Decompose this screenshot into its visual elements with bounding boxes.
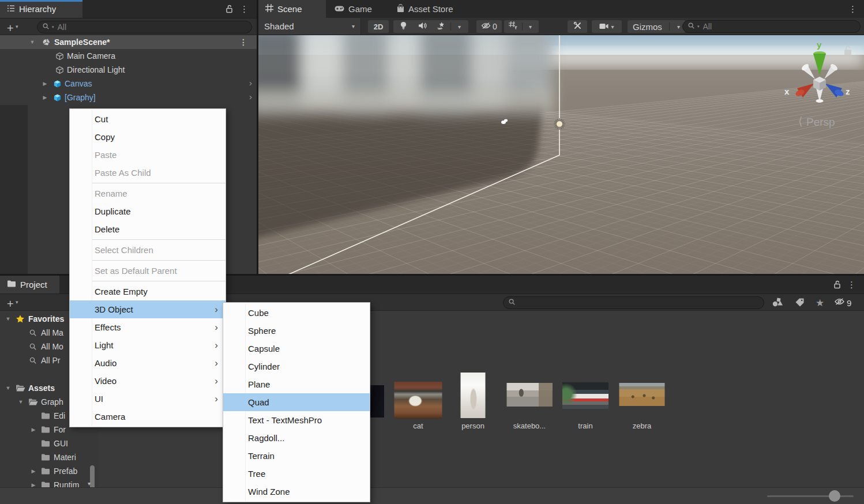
effects-dropdown-caret-icon[interactable]: ▾ <box>451 24 468 30</box>
menu-item[interactable]: UI› <box>70 390 226 408</box>
thumbnail-size-track[interactable] <box>767 495 854 497</box>
tab-scene[interactable]: Scene <box>258 0 326 18</box>
menu-item[interactable]: Create Empty <box>70 283 226 300</box>
expander-open-icon[interactable]: ▼ <box>28 39 37 45</box>
create-caret-icon[interactable]: ▾ <box>16 24 18 29</box>
menu-item[interactable]: Ragdoll... <box>223 429 370 447</box>
hierarchy-row[interactable]: ▶Canvas› <box>0 77 257 91</box>
shading-mode-dropdown[interactable]: Shaded ▾ <box>258 18 361 35</box>
menu-item[interactable]: Audio› <box>70 354 226 372</box>
tab-project[interactable]: Project <box>0 276 59 294</box>
project-menu-kebab[interactable]: ⋮ <box>847 280 856 289</box>
create-plus-button[interactable]: ＋ <box>5 20 16 35</box>
gizmos-dropdown[interactable]: Gizmos ▾ <box>628 20 685 33</box>
hidden-packages-toggle[interactable]: 9 <box>834 298 851 308</box>
submenu-arrow-icon: › <box>215 372 218 390</box>
tab-hierarchy[interactable]: Hierarchy <box>0 0 82 18</box>
folder-icon <box>40 425 51 434</box>
menu-item[interactable]: Sphere <box>223 322 370 340</box>
hierarchy-row[interactable]: Main Camera <box>0 49 257 63</box>
folder-icon <box>40 439 51 448</box>
menu-item[interactable]: Delete <box>70 220 226 238</box>
expander-open-icon[interactable]: ▼ <box>3 385 13 391</box>
hierarchy-menu-kebab[interactable]: ⋮ <box>240 5 249 13</box>
search-filter-caret-icon[interactable]: ▾ <box>697 24 700 29</box>
tab-asset-store[interactable]: Asset Store <box>390 0 476 18</box>
panel-divider-vertical[interactable] <box>257 0 258 274</box>
expander-closed-icon[interactable]: ▶ <box>29 468 38 474</box>
effects-icon[interactable] <box>432 21 450 32</box>
menu-item[interactable]: Copy <box>70 128 226 146</box>
expander-closed-icon[interactable]: ▶ <box>40 95 50 100</box>
menu-item[interactable]: Cylinder <box>223 358 370 375</box>
expander-closed-icon[interactable]: ▶ <box>29 427 38 432</box>
context-menu: CutCopyPastePaste As ChildRenameDuplicat… <box>69 108 226 427</box>
scene-viewport[interactable]: y x z ⟨ Persp <box>258 35 864 274</box>
prefab-open-chevron-icon[interactable]: › <box>249 92 252 101</box>
expander-open-icon[interactable]: ▼ <box>16 399 25 405</box>
hierarchy-row[interactable]: ▼SampleScene*⋮ <box>0 35 257 49</box>
hierarchy-row[interactable]: Directional Light <box>0 63 257 77</box>
scene-search-input[interactable] <box>702 21 855 32</box>
search-filter-caret-icon[interactable]: ▾ <box>52 25 54 29</box>
favorites-filter-star-icon[interactable]: ★ <box>816 297 824 309</box>
menu-item[interactable]: Quad <box>223 393 370 411</box>
speaker-icon[interactable] <box>413 21 432 32</box>
lock-icon[interactable] <box>226 5 233 16</box>
project-tree-row[interactable]: Materi <box>0 450 98 464</box>
asset-thumbnail-train[interactable]: train <box>560 373 611 430</box>
thumbnail-size-slider[interactable] <box>829 490 840 502</box>
menu-item: Set as Default Parent <box>70 262 226 280</box>
project-tree-label: All Pr <box>41 356 60 365</box>
toggle-2d-button[interactable]: 2D <box>368 20 389 33</box>
persp-chevron-icon[interactable]: ⟨ <box>798 115 803 127</box>
menu-item[interactable]: Effects› <box>70 318 226 336</box>
menu-item[interactable]: Camera <box>70 408 226 426</box>
expander-open-icon[interactable]: ▼ <box>3 316 13 322</box>
project-search-input[interactable] <box>518 298 759 308</box>
asset-thumbnail-cat[interactable]: cat <box>393 373 444 430</box>
menu-item[interactable]: Plane <box>223 375 370 393</box>
lock-icon[interactable] <box>833 280 841 291</box>
hierarchy-search[interactable]: ▾ <box>37 21 252 33</box>
menu-item[interactable]: Light› <box>70 336 226 354</box>
expander-closed-icon[interactable]: ▶ <box>40 81 50 86</box>
menu-item-label: Set as Default Parent <box>95 266 177 276</box>
scene-menu-kebab[interactable]: ⋮ <box>848 5 857 13</box>
tab-game[interactable]: Game <box>328 0 382 18</box>
menu-item[interactable]: Duplicate <box>70 202 226 220</box>
menu-item[interactable]: Video› <box>70 372 226 390</box>
project-tree-row[interactable]: GUI <box>0 437 98 450</box>
scene-search[interactable]: ▾ <box>682 20 861 33</box>
asset-thumbnail-zebra[interactable]: zebra <box>617 373 667 430</box>
search-by-label-icon[interactable] <box>795 298 805 310</box>
hierarchy-row[interactable]: ▶[Graphy]› <box>0 91 257 104</box>
tree-scroll-down-icon[interactable]: ▾ <box>88 480 91 487</box>
project-search[interactable] <box>503 296 764 309</box>
hierarchy-search-input[interactable] <box>57 22 247 32</box>
menu-item[interactable]: Text - TextMeshPro <box>223 411 370 429</box>
menu-item[interactable]: Capsule <box>223 340 370 358</box>
projection-label[interactable]: Persp <box>806 116 835 128</box>
editor-tools-button[interactable] <box>568 20 587 33</box>
grid-dropdown-caret-icon[interactable]: ▾ <box>523 24 539 30</box>
project-tree-row[interactable]: ▶Prefab <box>0 464 98 478</box>
hidden-objects-toggle[interactable]: 0 <box>476 20 502 33</box>
lightbulb-icon[interactable] <box>394 21 413 32</box>
directional-light-gizmo[interactable] <box>554 118 565 130</box>
asset-thumbnail-person[interactable]: person <box>448 373 498 430</box>
create-asset-caret-icon[interactable]: ▾ <box>16 299 18 305</box>
scene-camera-dropdown[interactable]: ▾ <box>592 20 622 33</box>
row-kebab[interactable]: ⋮ <box>239 37 247 47</box>
menu-item[interactable]: Cut <box>70 110 226 128</box>
grid-axis-icon[interactable] <box>505 21 522 32</box>
prefab-open-chevron-icon[interactable]: › <box>249 78 252 88</box>
menu-item[interactable]: Tree <box>223 465 370 483</box>
menu-item[interactable]: 3D Object› <box>70 300 226 318</box>
asset-thumbnail-skateboard[interactable]: skatebo... <box>504 373 555 430</box>
menu-item[interactable]: Wind Zone <box>223 483 370 501</box>
create-asset-plus-button[interactable]: ＋ <box>5 296 16 311</box>
menu-item[interactable]: Terrain <box>223 447 370 465</box>
menu-item[interactable]: Cube <box>223 304 370 322</box>
search-by-type-icon[interactable] <box>772 298 783 310</box>
